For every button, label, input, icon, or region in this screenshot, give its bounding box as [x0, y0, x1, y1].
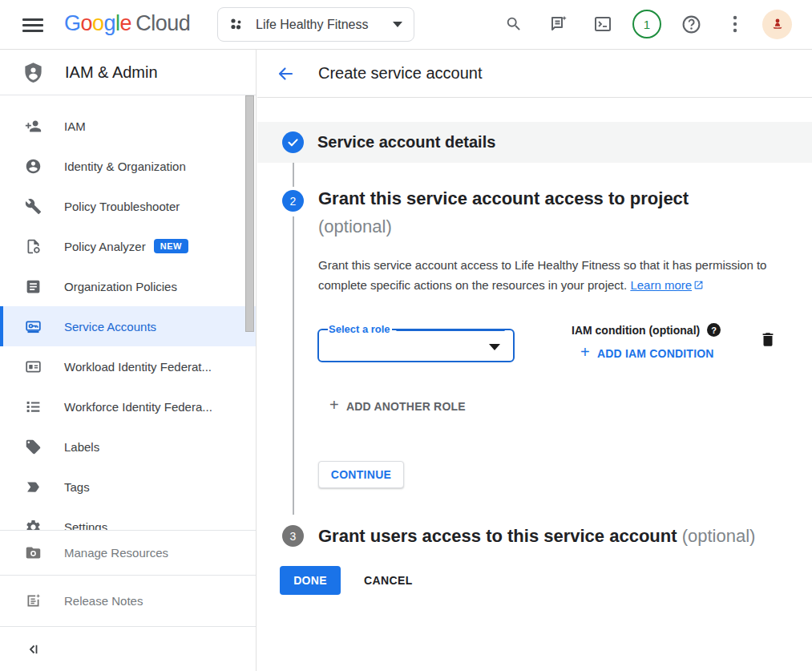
- google-cloud-logo: GoogleCloud: [64, 11, 190, 36]
- account-circle-icon: [24, 158, 42, 175]
- notifications-badge[interactable]: 1: [632, 10, 661, 38]
- done-button[interactable]: DONE: [280, 566, 341, 595]
- add-another-role-button[interactable]: + ADD ANOTHER ROLE: [329, 398, 466, 414]
- step3-optional-label: (optional): [682, 526, 756, 546]
- new-badge: NEW: [154, 239, 188, 253]
- iam-condition-label: IAM condition (optional) ?: [572, 323, 721, 337]
- main-content: Create service account Service account d…: [257, 50, 812, 671]
- policy-analyzer-icon: [24, 238, 42, 255]
- project-icon: [229, 17, 244, 32]
- account-avatar[interactable]: [762, 10, 792, 39]
- sidebar-footer: Manage Resources Release Notes: [0, 530, 256, 671]
- sidebar-item-policy-troubleshooter[interactable]: Policy Troubleshooter: [0, 186, 256, 226]
- step1-title: Service account details: [317, 133, 495, 152]
- step3-number: 3: [282, 525, 304, 547]
- sidebar-title: IAM & Admin: [65, 63, 158, 82]
- iam-admin-shield-icon: [22, 62, 44, 83]
- sidebar-item-policy-analyzer[interactable]: Policy Analyzer NEW: [0, 226, 256, 266]
- external-link-icon: [693, 280, 704, 290]
- back-arrow-icon[interactable]: [275, 63, 296, 84]
- article-icon: [24, 278, 42, 295]
- project-name: Life Healthy Fitness: [256, 18, 393, 32]
- folder-gear-icon: [24, 544, 42, 561]
- sidebar: IAM & Admin IAM Identity & Organization: [0, 50, 257, 671]
- step1-check-icon: [282, 131, 304, 153]
- hamburger-menu-icon[interactable]: [22, 15, 43, 34]
- sidebar-item-workload-identity-federation[interactable]: Workload Identity Federat...: [0, 346, 256, 386]
- sidebar-item-tags[interactable]: Tags: [0, 467, 256, 507]
- sidebar-nav: IAM Identity & Organization Policy Troub…: [0, 95, 256, 547]
- step2-optional-label: (optional): [318, 216, 392, 236]
- doc-star-icon: [24, 592, 42, 609]
- role-field-label: Select a role: [328, 323, 505, 336]
- feedback-icon[interactable]: [545, 10, 572, 38]
- project-selector[interactable]: Life Healthy Fitness: [217, 7, 414, 42]
- dropdown-caret-icon: [489, 344, 500, 350]
- sidebar-item-manage-resources[interactable]: Manage Resources: [0, 530, 256, 575]
- wrench-icon: [24, 198, 42, 215]
- list-icon: [24, 398, 42, 415]
- sidebar-item-release-notes[interactable]: Release Notes: [0, 575, 256, 626]
- help-icon[interactable]: [677, 10, 705, 38]
- person-add-icon: [24, 118, 42, 135]
- sidebar-collapse-button[interactable]: [0, 626, 256, 671]
- cancel-button[interactable]: CANCEL: [353, 566, 423, 595]
- help-circle-icon[interactable]: ?: [707, 323, 721, 337]
- plus-icon: +: [580, 343, 590, 362]
- label-important-icon: [24, 479, 42, 495]
- notification-count: 1: [644, 18, 650, 31]
- sidebar-item-organization-policies[interactable]: Organization Policies: [0, 266, 256, 306]
- step1-service-account-details[interactable]: Service account details: [257, 122, 812, 163]
- sidebar-item-iam[interactable]: IAM: [0, 106, 256, 146]
- step2-title: Grant this service account access to pro…: [318, 184, 799, 241]
- avatar-figure-icon: [770, 17, 786, 33]
- page-header: Create service account: [257, 50, 812, 98]
- page-title: Create service account: [318, 64, 483, 83]
- cloud-shell-icon[interactable]: [589, 10, 616, 38]
- add-iam-condition-button[interactable]: + ADD IAM CONDITION: [580, 345, 714, 362]
- continue-button[interactable]: CONTINUE: [318, 461, 404, 488]
- sidebar-item-workforce-identity-federation[interactable]: Workforce Identity Federa...: [0, 386, 256, 426]
- collapse-icon: [24, 642, 42, 657]
- sidebar-item-service-accounts[interactable]: Service Accounts: [0, 306, 256, 346]
- role-select-dropdown[interactable]: Select a role: [317, 329, 515, 362]
- sidebar-header: IAM & Admin: [0, 50, 256, 95]
- chevron-down-icon: [393, 22, 402, 27]
- service-account-icon: [24, 318, 42, 335]
- delete-role-icon[interactable]: [759, 330, 777, 352]
- step-connector: [293, 216, 294, 515]
- top-app-bar: GoogleCloud Life Healthy Fitness: [0, 0, 812, 50]
- step3-title: Grant users access to this service accou…: [318, 526, 812, 547]
- step2-description: Grant this service account access to Lif…: [318, 255, 777, 295]
- google-cloud-console: GoogleCloud Life Healthy Fitness: [0, 0, 812, 671]
- sidebar-item-identity-organization[interactable]: Identity & Organization: [0, 146, 256, 186]
- plus-icon: +: [329, 396, 339, 414]
- tag-icon: [24, 439, 42, 455]
- step-connector: [293, 163, 294, 187]
- more-options-icon[interactable]: [721, 10, 749, 38]
- sidebar-scrollbar[interactable]: [245, 95, 254, 332]
- search-icon[interactable]: [500, 10, 527, 38]
- sidebar-item-labels[interactable]: Labels: [0, 426, 256, 467]
- card-icon: [24, 358, 42, 375]
- logo-cloud-text: Cloud: [135, 11, 190, 35]
- learn-more-link[interactable]: Learn more: [630, 278, 704, 292]
- step2-number: 2: [282, 190, 304, 212]
